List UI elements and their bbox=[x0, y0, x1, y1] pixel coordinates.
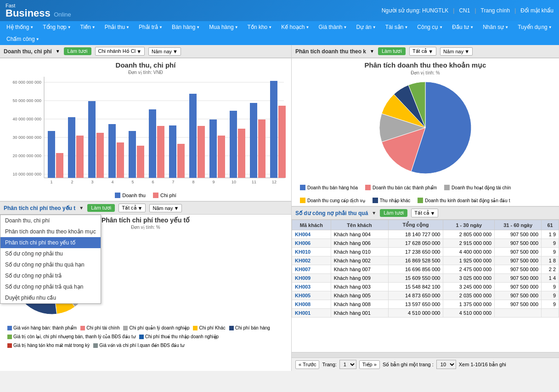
table-cell: 907 500 000 bbox=[495, 300, 542, 309]
cost-legend-item: Giá trị còn lại, chi phí nhượng bán, tha… bbox=[7, 334, 136, 339]
svg-text:3: 3 bbox=[91, 180, 93, 184]
table-cell: 4 400 000 000 bbox=[443, 248, 495, 256]
svg-rect-33 bbox=[177, 144, 185, 178]
right-refresh-btn2[interactable]: Làm tươi bbox=[380, 209, 407, 217]
per-page-label: Số bản ghi một trang : bbox=[383, 362, 434, 368]
logo-business: Business bbox=[6, 7, 51, 19]
link-main[interactable]: Trang chính bbox=[481, 7, 510, 14]
link-change-pass[interactable]: Đổi mật khẩu bbox=[520, 7, 553, 14]
per-page-select[interactable]: 10 bbox=[436, 360, 456, 369]
table-cell: Khách hàng 010 bbox=[331, 248, 388, 256]
navbar-item[interactable]: Tiền▼ bbox=[76, 21, 100, 33]
navbar-item[interactable]: Tài sản▼ bbox=[381, 21, 413, 33]
dropdown-menu-item[interactable]: Phân tích chi phí theo yếu tố bbox=[0, 237, 101, 248]
page-label: Trang: bbox=[322, 362, 336, 367]
navbar-item[interactable]: Tổng hợp▼ bbox=[38, 21, 75, 33]
legend-sq bbox=[7, 335, 12, 339]
table-row: KH003Khách hàng 00315 548 842 1003 245 0… bbox=[292, 283, 559, 291]
dropdown-menu-item[interactable]: Số dư công nợ phải trả bbox=[0, 270, 101, 281]
table-cell: Khách hàng 005 bbox=[331, 291, 388, 300]
table-row: KH006Khách hàng 00617 628 050 0002 915 0… bbox=[292, 239, 559, 248]
legend-dot bbox=[418, 198, 423, 203]
table-cell: 2 035 000 000 bbox=[443, 291, 495, 300]
left-branch-select[interactable]: Chi nhánh Hồ Cl▼ bbox=[95, 47, 145, 56]
navbar-item[interactable]: Hệ thống▼ bbox=[2, 21, 38, 33]
left-period-select[interactable]: Năm nay▼ bbox=[148, 47, 181, 56]
pie-chart-svg bbox=[356, 77, 494, 183]
legend-cost: Chi phí bbox=[153, 193, 176, 198]
table-cell: 4 510 000 000 bbox=[388, 309, 443, 318]
scrollbar[interactable] bbox=[292, 352, 559, 358]
table-cell: KH004 bbox=[292, 230, 331, 239]
navbar-item[interactable]: Chấm công▼ bbox=[2, 33, 44, 45]
svg-text:50 000 000 000: 50 000 000 000 bbox=[12, 98, 41, 103]
navbar-item[interactable]: Tồn kho▼ bbox=[243, 21, 277, 33]
table-header: Mã kháchTên kháchTổng cộng1 - 30 ngày31 … bbox=[292, 220, 559, 230]
svg-rect-42 bbox=[238, 129, 245, 178]
right-bottom-arrow: ▼ bbox=[372, 210, 376, 216]
dropdown-menu-item[interactable]: Số dư công nợ phải trả quá hạn bbox=[0, 281, 101, 292]
right-toolbar-arrow: ▼ bbox=[370, 49, 374, 54]
navbar-item[interactable]: Công cụ▼ bbox=[412, 21, 447, 33]
bottom-left-period[interactable]: Năm nay▼ bbox=[149, 204, 182, 212]
table-cell: 1 8 bbox=[542, 256, 559, 265]
table-cell: 907 500 000 bbox=[495, 283, 542, 291]
table-cell bbox=[542, 309, 559, 318]
table-cell: 2 475 000 000 bbox=[443, 265, 495, 274]
table-header-cell: Tổng cộng bbox=[388, 220, 443, 230]
navbar-item[interactable]: Đầu tư▼ bbox=[447, 21, 478, 33]
table-header-cell: Mã khách bbox=[292, 220, 331, 230]
bar-chart-section: Doanh thu, chi phí Đơn vị tính: VNĐ 60 0… bbox=[0, 58, 291, 201]
navbar-item[interactable]: Giá thành▼ bbox=[314, 21, 351, 33]
bar-chart-title: Doanh thu, chi phí bbox=[4, 61, 288, 69]
cost-legend-item: Giá vốn và chi phí l.quan đến BĐS đầu tư bbox=[93, 343, 184, 348]
legend-item: Doanh thu kinh doanh bất động sản đầu t bbox=[418, 198, 510, 203]
link-cn[interactable]: CN1 bbox=[459, 7, 470, 14]
navbar-item[interactable]: Phải trả▼ bbox=[134, 21, 167, 33]
svg-rect-21 bbox=[96, 133, 104, 178]
bottom-left-filter[interactable]: Tất cả▼ bbox=[119, 204, 146, 212]
bottom-left-title[interactable]: Phân tích chi phí theo yếu t bbox=[4, 205, 75, 211]
svg-text:60 000 000 000: 60 000 000 000 bbox=[12, 80, 41, 85]
table-cell: 907 500 000 bbox=[495, 230, 542, 239]
left-toolbar-title: Doanh thu, chi phí bbox=[4, 48, 52, 55]
table-cell: 1 925 000 000 bbox=[443, 256, 495, 265]
svg-rect-15 bbox=[56, 153, 63, 178]
navbar-item[interactable]: Mua hàng▼ bbox=[204, 21, 243, 33]
navbar-item[interactable]: Bán hàng▼ bbox=[167, 21, 204, 33]
navbar-item[interactable]: Phải thu▼ bbox=[100, 21, 134, 33]
bottom-left-refresh-btn[interactable]: Làm tươi bbox=[87, 204, 115, 212]
dropdown-menu-item[interactable]: Số dư công nợ phải thu bbox=[0, 248, 101, 259]
dropdown-menu-item[interactable]: Duyệt phiếu nhu cầu bbox=[0, 292, 101, 303]
dropdown-menu-item[interactable]: Phân tích doanh thu theo khoản mục bbox=[0, 226, 101, 237]
right-period-select[interactable]: Năm nay▼ bbox=[440, 47, 473, 56]
table-cell: Khách hàng 002 bbox=[331, 256, 388, 265]
navbar: Hệ thống▼Tổng hợp▼Tiền▼Phải thu▼Phải trả… bbox=[0, 21, 559, 45]
svg-rect-35 bbox=[189, 94, 197, 178]
left-refresh-btn[interactable]: Làm tươi bbox=[64, 47, 91, 55]
table-row: KH007Khách hàng 00716 696 856 0002 475 0… bbox=[292, 265, 559, 274]
right-refresh-btn[interactable]: Làm tươi bbox=[378, 47, 406, 55]
right-filter-select[interactable]: Tất cả▼ bbox=[409, 47, 436, 56]
table-cell: Khách hàng 009 bbox=[331, 274, 388, 283]
right-filter2[interactable]: Tất cả▼ bbox=[411, 209, 438, 217]
next-btn[interactable]: Tiếp » bbox=[359, 360, 380, 369]
svg-text:10: 10 bbox=[232, 180, 236, 184]
table-cell: 17 628 050 000 bbox=[388, 239, 443, 248]
navbar-item[interactable]: Dự án▼ bbox=[351, 21, 380, 33]
page-select[interactable]: 1 bbox=[339, 360, 356, 369]
pagination-info: Xem 1-10/16 bản ghi bbox=[459, 362, 506, 368]
header: Fast Business Online Người sử dụng: HUNG… bbox=[0, 0, 559, 21]
prev-btn[interactable]: « Trước bbox=[295, 360, 319, 369]
navbar-item[interactable]: Kế hoạch▼ bbox=[277, 21, 314, 33]
left-toolbar-arrow: ▼ bbox=[56, 49, 60, 54]
legend-item: Doanh thu hoạt động tài chín bbox=[444, 185, 511, 190]
navbar-item[interactable]: Nhân sự▼ bbox=[478, 21, 513, 33]
table-row: KH001Khách hàng 0014 510 000 0004 510 00… bbox=[292, 309, 559, 318]
navbar-item[interactable]: Tuyển dụng▼ bbox=[513, 21, 557, 33]
dropdown-menu-item[interactable]: Số dư công nợ phải thu quá hạn bbox=[0, 259, 101, 270]
legend-dot-revenue bbox=[115, 193, 120, 198]
dropdown-menu-item[interactable]: Doanh thu, chi phí bbox=[0, 215, 101, 226]
table-header-cell: Tên khách bbox=[331, 220, 388, 230]
table-cell: 907 500 000 bbox=[495, 248, 542, 256]
